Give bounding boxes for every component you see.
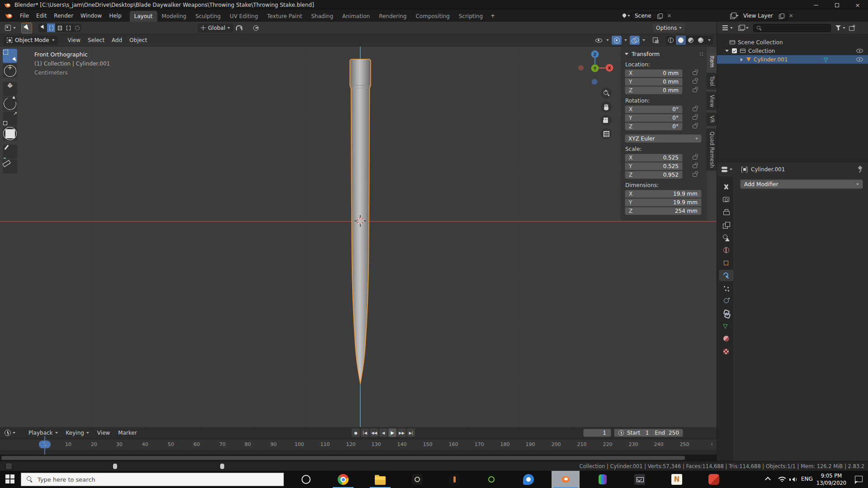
blue-pin-app[interactable] bbox=[514, 471, 542, 488]
number-field[interactable]: Y 0 mm bbox=[625, 78, 683, 86]
tab-physics[interactable] bbox=[719, 295, 733, 306]
media-bars-app[interactable] bbox=[589, 471, 617, 488]
lock-icon[interactable] bbox=[693, 89, 697, 92]
taskbar-search[interactable] bbox=[21, 473, 284, 486]
lock-icon[interactable] bbox=[693, 156, 697, 160]
wifi-icon[interactable] bbox=[778, 476, 787, 483]
workspace-tab[interactable]: Texture Paint bbox=[263, 11, 307, 22]
filter-icon[interactable] bbox=[835, 25, 841, 31]
display-mode-icon[interactable] bbox=[722, 25, 729, 31]
material-shading-button[interactable] bbox=[686, 36, 696, 45]
lock-icon[interactable] bbox=[693, 116, 697, 120]
search-input[interactable] bbox=[38, 476, 255, 483]
new-scene-icon[interactable] bbox=[657, 14, 662, 19]
tab-tool[interactable] bbox=[719, 181, 733, 192]
editor-type-icon[interactable] bbox=[722, 166, 728, 173]
prev-keyframe-button[interactable]: ◀◀ bbox=[370, 428, 378, 437]
proportional-menu-chevron-icon[interactable] bbox=[256, 27, 259, 29]
close-button[interactable]: × bbox=[847, 0, 868, 10]
sidebar-tab[interactable]: Quad Remesh bbox=[707, 128, 717, 171]
workspace-tab[interactable]: Animation bbox=[338, 11, 374, 22]
clock[interactable]: 9:05 PM 13/09/2020 bbox=[814, 472, 849, 487]
rendered-shading-button[interactable] bbox=[696, 36, 706, 45]
start-frame-field[interactable]: Start 1 bbox=[627, 430, 649, 436]
show-gizmo-toggle[interactable] bbox=[612, 36, 622, 45]
lock-icon[interactable] bbox=[693, 125, 697, 128]
outliner-row-collection[interactable]: Collection bbox=[717, 47, 868, 55]
wireframe-shading-button[interactable] bbox=[666, 36, 676, 45]
select-extend-mode-button[interactable] bbox=[56, 23, 64, 32]
record-button[interactable]: ● bbox=[352, 428, 360, 437]
tool-measure[interactable] bbox=[3, 160, 17, 174]
play-reverse-button[interactable]: ◀ bbox=[379, 428, 387, 437]
red-game-app[interactable] bbox=[700, 471, 728, 488]
workspace-tab[interactable]: Modeling bbox=[157, 11, 191, 22]
lock-icon[interactable] bbox=[693, 173, 697, 177]
camera-view-button[interactable] bbox=[601, 115, 612, 126]
maximize-button[interactable] bbox=[826, 0, 847, 10]
options-dropdown[interactable]: Options bbox=[653, 23, 685, 33]
new-collection-icon[interactable] bbox=[849, 25, 855, 31]
blender-app[interactable] bbox=[552, 471, 580, 488]
play-button[interactable]: ▶ bbox=[388, 428, 396, 437]
tab-world[interactable] bbox=[719, 244, 733, 256]
scene-icon[interactable] bbox=[621, 13, 627, 19]
menu-item[interactable]: Window bbox=[77, 11, 105, 20]
tab-modifiers[interactable] bbox=[719, 270, 733, 281]
pin-icon[interactable] bbox=[858, 166, 863, 173]
chevron-down-icon[interactable] bbox=[627, 15, 630, 17]
workspace-tab[interactable]: Compositing bbox=[411, 11, 454, 22]
timeline-scrollbar[interactable] bbox=[0, 455, 717, 461]
expand-icon[interactable] bbox=[725, 50, 729, 52]
viewport-menu-item[interactable]: View bbox=[64, 36, 84, 45]
view-layer-field[interactable]: View Layer bbox=[740, 12, 788, 20]
menu-item[interactable]: File bbox=[16, 11, 33, 20]
viewport-menu-item[interactable]: Select bbox=[84, 36, 108, 45]
tool-move[interactable] bbox=[3, 82, 17, 96]
chevron-down-icon[interactable] bbox=[746, 27, 749, 29]
current-frame-field[interactable]: 1 bbox=[583, 429, 611, 437]
number-field[interactable]: Y 0° bbox=[625, 114, 683, 122]
solid-shading-button[interactable] bbox=[676, 36, 686, 45]
number-field[interactable]: X 0° bbox=[625, 105, 683, 113]
tab-particles[interactable] bbox=[719, 282, 733, 294]
timeline-menu[interactable]: Marker bbox=[114, 428, 141, 437]
jump-end-button[interactable]: ▶| bbox=[407, 428, 415, 437]
green-circle-app[interactable] bbox=[477, 471, 505, 488]
zoom-view-button[interactable] bbox=[601, 88, 612, 99]
sidebar-tab[interactable]: Item bbox=[707, 52, 717, 70]
torch-app[interactable] bbox=[440, 471, 468, 488]
tab-output[interactable] bbox=[719, 206, 733, 218]
tweak-mode-button[interactable] bbox=[38, 23, 47, 32]
chevron-down-icon[interactable] bbox=[730, 27, 733, 29]
minimize-button[interactable] bbox=[806, 0, 826, 10]
expand-icon[interactable] bbox=[741, 58, 743, 61]
jump-start-button[interactable]: |◀ bbox=[361, 428, 369, 437]
viewport-menu-item[interactable]: Add bbox=[108, 36, 126, 45]
timeline-menu-dropdown[interactable]: Keying bbox=[62, 428, 93, 437]
show-overlays-toggle[interactable] bbox=[630, 36, 640, 45]
volume-icon[interactable] bbox=[789, 476, 797, 483]
action-center-icon[interactable] bbox=[855, 476, 863, 482]
cortana-button[interactable] bbox=[292, 471, 320, 488]
outliner-search-input[interactable] bbox=[753, 24, 831, 32]
workspace-tab[interactable]: Sculpting bbox=[191, 11, 225, 22]
blender-menu-logo-icon[interactable] bbox=[5, 13, 13, 19]
chrome-app[interactable] bbox=[329, 471, 357, 488]
perspective-toggle-button[interactable] bbox=[601, 128, 612, 139]
next-keyframe-button[interactable]: ▶▶ bbox=[397, 428, 406, 437]
pan-view-button[interactable] bbox=[601, 102, 612, 113]
filter-type-icon[interactable] bbox=[738, 25, 745, 31]
viewport-menu-item[interactable]: Object bbox=[126, 36, 151, 45]
view-layer-icon[interactable] bbox=[730, 13, 736, 19]
tab-texture[interactable] bbox=[719, 346, 733, 357]
tab-render[interactable] bbox=[719, 194, 733, 205]
tab-object-data[interactable] bbox=[719, 320, 733, 332]
number-field[interactable]: Y 0.525 bbox=[625, 162, 683, 170]
tool-rotate[interactable] bbox=[3, 97, 17, 111]
tab-scene[interactable] bbox=[719, 232, 733, 243]
add-modifier-dropdown[interactable]: Add Modifier bbox=[740, 179, 863, 189]
lock-icon[interactable] bbox=[693, 71, 697, 75]
transform-orientation-dropdown[interactable]: Global bbox=[198, 23, 233, 33]
collapse-panel-icon[interactable] bbox=[625, 53, 628, 55]
